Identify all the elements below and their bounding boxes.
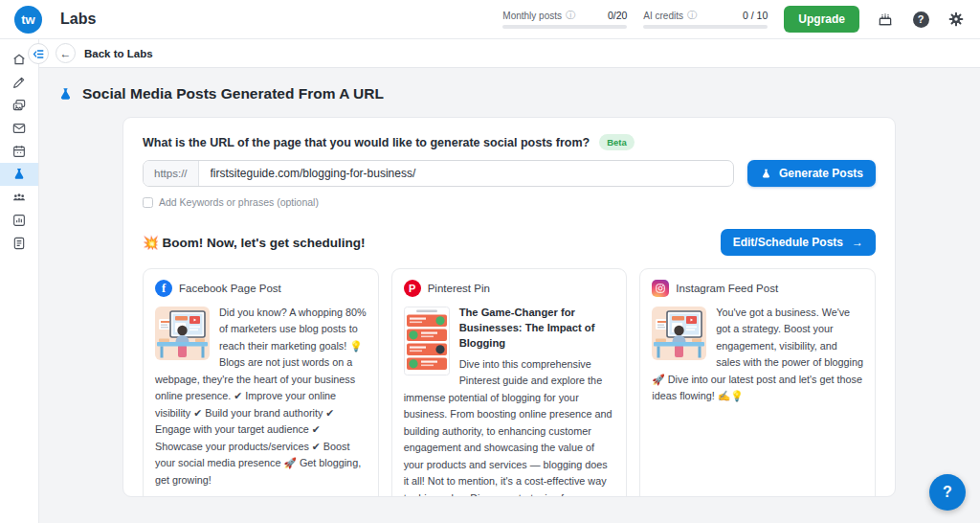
monthly-posts-stat: Monthly posts ⓘ 0/20	[502, 10, 627, 29]
scheduling-heading: 💥 Boom! Now, let's get scheduling!	[143, 235, 366, 250]
facebook-thumbnail-illustration	[155, 307, 210, 360]
beta-badge: Beta	[599, 134, 635, 150]
header-right-group: Monthly posts ⓘ 0/20 AI credits ⓘ 0 / 10…	[502, 6, 966, 33]
keywords-option-row: Add Keywords or phrases (optional)	[143, 196, 876, 208]
posts-icon	[11, 236, 27, 251]
monthly-posts-label: Monthly posts	[502, 11, 562, 21]
page-title-row: Social Media Posts Generated From A URL	[57, 85, 980, 102]
card-platform-label: Instagram Feed Post	[676, 283, 778, 294]
pinterest-letter: P	[409, 283, 415, 294]
edit-schedule-posts-button[interactable]: Edit/Schedule Posts →	[721, 229, 876, 256]
info-icon[interactable]: ⓘ	[566, 11, 575, 20]
back-button[interactable]: ←	[56, 43, 76, 63]
facebook-post-card[interactable]: f Facebook Page Post Did you know? A who…	[143, 268, 379, 497]
back-navigation-bar: ← Back to Labs	[39, 39, 980, 68]
help-icon[interactable]: ?	[911, 10, 930, 29]
pinterest-icon: P	[404, 280, 421, 297]
url-input[interactable]	[199, 161, 733, 186]
url-question-label: What is the URL of the page that you wou…	[143, 136, 590, 149]
upgrade-button[interactable]: Upgrade	[784, 6, 859, 33]
settings-gear-icon[interactable]	[947, 10, 966, 29]
app-title: Labs	[60, 11, 96, 28]
flask-icon	[760, 168, 772, 180]
keywords-checkbox[interactable]	[143, 197, 153, 208]
app-window: tw Labs Monthly posts ⓘ 0/20 AI credits …	[0, 0, 980, 523]
tailwind-logo[interactable]: tw	[14, 6, 42, 34]
create-design-icon	[11, 75, 27, 90]
sidebar-item-posts[interactable]	[0, 232, 38, 255]
instagram-thumbnail-illustration	[652, 307, 706, 360]
back-to-labs-label[interactable]: Back to Labs	[84, 48, 153, 59]
labs-flask-icon	[11, 167, 27, 182]
logo-text: tw	[21, 12, 34, 27]
instagram-icon	[652, 280, 669, 297]
ai-credits-value: 0 / 10	[743, 10, 768, 21]
ai-credits-stat: AI credits ⓘ 0 / 10	[643, 10, 768, 29]
whats-new-icon[interactable]	[876, 10, 895, 29]
instagram-post-card[interactable]: Instagram Feed Post You've got a busines…	[639, 268, 876, 497]
email-icon	[11, 121, 27, 136]
card-platform-label: Facebook Page Post	[179, 283, 281, 294]
facebook-letter: f	[162, 282, 166, 296]
page-title: Social Media Posts Generated From A URL	[82, 85, 384, 102]
back-arrow-icon: ←	[60, 47, 72, 60]
sidebar-item-media[interactable]	[0, 94, 38, 117]
post-text: Dive into this comprehensive Pinterest g…	[404, 358, 614, 497]
generated-posts-row: f Facebook Page Post Did you know? A who…	[143, 268, 876, 497]
url-scheme-prefix: https://	[144, 161, 199, 186]
sidebar-item-insights[interactable]	[0, 209, 38, 232]
home-icon	[11, 52, 27, 67]
info-icon[interactable]: ⓘ	[687, 11, 697, 20]
main-content: Social Media Posts Generated From A URL …	[39, 68, 980, 523]
communities-icon	[11, 190, 27, 205]
monthly-posts-progressbar	[502, 25, 627, 29]
edit-schedule-label: Edit/Schedule Posts	[733, 236, 843, 249]
collapse-sidebar-icon	[33, 48, 45, 60]
sidebar-item-create[interactable]	[0, 71, 38, 94]
sidebar-item-calendar[interactable]	[0, 140, 38, 163]
generator-panel: What is the URL of the page that you wou…	[122, 117, 896, 497]
pinterest-pin-card[interactable]: P Pinterest Pin The Game-Changer for Bus…	[391, 268, 628, 497]
sidebar	[0, 39, 39, 523]
card-platform-label: Pinterest Pin	[428, 283, 490, 294]
media-library-icon	[11, 98, 27, 113]
sidebar-item-communities[interactable]	[0, 186, 38, 209]
insights-icon	[11, 213, 27, 228]
keywords-label: Add Keywords or phrases (optional)	[159, 196, 319, 208]
calendar-icon	[11, 144, 27, 159]
arrow-right-icon: →	[852, 236, 863, 249]
sidebar-item-email[interactable]	[0, 117, 38, 140]
url-input-group: https://	[143, 160, 734, 187]
help-glyph: ?	[943, 484, 952, 500]
labs-flask-icon	[57, 86, 74, 102]
ai-credits-progressbar	[643, 25, 768, 29]
help-glyph: ?	[918, 13, 924, 25]
pinterest-thumbnail-infographic	[404, 307, 450, 375]
floating-help-button[interactable]: ?	[929, 474, 966, 511]
collapse-sidebar-button[interactable]	[28, 43, 49, 64]
monthly-posts-value: 0/20	[608, 10, 627, 21]
facebook-icon: f	[155, 280, 172, 297]
sidebar-item-labs[interactable]	[0, 163, 38, 186]
app-header: tw Labs Monthly posts ⓘ 0/20 AI credits …	[0, 0, 980, 39]
generate-posts-label: Generate Posts	[779, 167, 863, 180]
ai-credits-label: AI credits	[643, 11, 683, 21]
generate-posts-button[interactable]: Generate Posts	[747, 160, 876, 187]
